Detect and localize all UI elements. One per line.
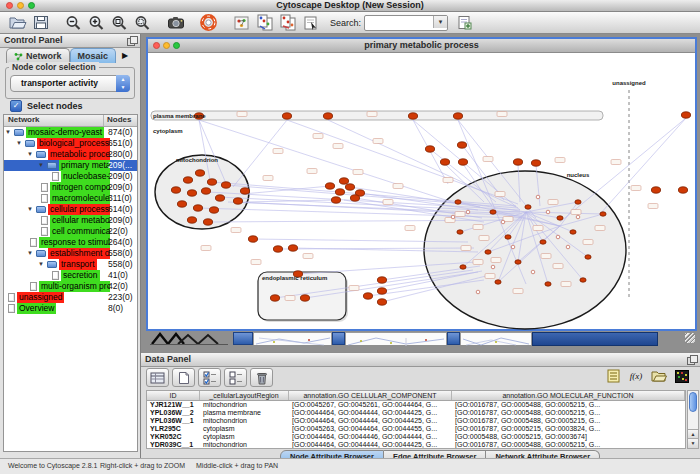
table-cell[interactable]: YLR295C: [147, 425, 200, 433]
zoom-in-button[interactable]: [86, 13, 107, 32]
table-cell[interactable]: mitochondrion: [200, 441, 289, 449]
table-column-header[interactable]: annotation.GO CELLULAR_COMPONENT: [289, 391, 452, 400]
table-cell[interactable]: [GO:0016787, GO:0005488, GO:0005215, G..…: [452, 409, 685, 417]
network-node[interactable]: [233, 198, 242, 204]
select-attributes-button[interactable]: [146, 368, 169, 387]
table-cell[interactable]: YPL036W__2: [147, 409, 200, 417]
table-cell[interactable]: mitochondrion: [200, 417, 289, 425]
table-cell[interactable]: [GO:0044464, GO:0044444, GO:0044425, G..…: [289, 417, 452, 425]
network-tree-row[interactable]: ▼primary metabo209(...: [4, 160, 137, 171]
unselect-all-attributes-button[interactable]: [224, 368, 247, 387]
table-row[interactable]: YJR121W__1mitochondrion[GO:0045267, GO:0…: [147, 401, 685, 409]
table-cell[interactable]: plasma membrane: [200, 409, 289, 417]
new-attribute-button[interactable]: [172, 368, 195, 387]
background-window-fragment[interactable]: [332, 332, 345, 345]
network-node-small[interactable]: [511, 245, 515, 249]
tree-expand-icon[interactable]: ▼: [27, 204, 33, 215]
network-node[interactable]: [585, 255, 591, 259]
scroll-down-arrow[interactable]: ▼: [688, 438, 698, 448]
network-node-small[interactable]: [531, 270, 535, 274]
search-dropdown-arrow[interactable]: ▾: [433, 16, 447, 28]
network-node[interactable]: [282, 113, 291, 119]
tree-column-nodes[interactable]: Nodes: [107, 115, 131, 125]
help-button[interactable]: [198, 13, 219, 32]
network-tree-row[interactable]: unassigned223(0): [4, 292, 137, 303]
network-node[interactable]: [453, 113, 462, 119]
save-session-button[interactable]: [30, 13, 51, 32]
float-panel-icon[interactable]: [687, 355, 696, 363]
tree-expand-icon[interactable]: ▼: [16, 138, 22, 149]
search-options-button[interactable]: [454, 13, 475, 32]
network-node[interactable]: [681, 112, 690, 118]
table-cell[interactable]: [GO:0044464, GO:0044444, GO:0044425, G..…: [289, 441, 452, 449]
network-node-small[interactable]: [566, 245, 570, 249]
network-node[interactable]: [187, 217, 196, 223]
table-cell[interactable]: [GO:0016787, GO:0005488, GO:0005215, G..…: [452, 401, 685, 409]
import-network-button[interactable]: [254, 13, 275, 32]
network-node[interactable]: [209, 207, 218, 213]
background-window-fragment[interactable]: [447, 332, 460, 345]
tree-expand-icon[interactable]: ▼: [27, 149, 33, 160]
network-node[interactable]: [195, 170, 204, 176]
delete-attribute-button[interactable]: [250, 368, 273, 387]
network-node[interactable]: [505, 235, 511, 239]
table-column-header[interactable]: annotation.GO MOLECULAR_FUNCTION: [452, 391, 685, 400]
background-window-fragment[interactable]: [345, 332, 447, 345]
network-node-small[interactable]: [501, 220, 505, 224]
table-cell[interactable]: cytoplasm: [200, 425, 289, 433]
network-node[interactable]: [323, 113, 332, 119]
network-node[interactable]: [193, 205, 202, 211]
network-node[interactable]: [570, 230, 576, 234]
network-node[interactable]: [457, 142, 466, 148]
function-builder-button[interactable]: f(x): [628, 369, 644, 383]
network-node-small[interactable]: [556, 235, 560, 239]
network-tree-row[interactable]: ▼biological_process651(0): [4, 138, 137, 149]
network-node-small[interactable]: [491, 265, 495, 269]
tab-mosaic[interactable]: Mosaic: [70, 48, 117, 63]
tree-expand-icon[interactable]: ▼: [38, 259, 44, 270]
select-all-attributes-button[interactable]: [198, 368, 221, 387]
table-cell[interactable]: [GO:0044464, GO:0044444, GO:0044425, G..…: [289, 409, 452, 417]
network-tree-row[interactable]: cell communicat22(0): [4, 226, 137, 237]
network-tree-row[interactable]: ▼establishment of lo558(0): [4, 248, 137, 259]
network-node[interactable]: [215, 195, 224, 201]
network-node[interactable]: [440, 159, 449, 165]
network-tree-row[interactable]: nucleobase-209(0): [4, 171, 137, 182]
network-node[interactable]: [201, 188, 210, 194]
background-window-fragment[interactable]: [253, 332, 332, 345]
table-cell[interactable]: [GO:0016787, GO:0005488, GO:0005215, G..…: [452, 441, 685, 449]
network-node[interactable]: [331, 197, 340, 203]
background-network-drawing[interactable]: [150, 332, 228, 345]
zoom-selected-button[interactable]: [109, 13, 130, 32]
network-node[interactable]: [288, 245, 297, 251]
network-node[interactable]: [325, 183, 334, 189]
import-attribute-file-button[interactable]: [651, 369, 667, 383]
table-cell[interactable]: [GO:0016787, GO:0005488, GO:0005215, G..…: [452, 417, 685, 425]
tab-network[interactable]: Network: [6, 48, 70, 63]
search-input[interactable]: [366, 17, 432, 27]
table-cell[interactable]: YKR052C: [147, 433, 200, 441]
table-row[interactable]: YPL036W__2plasma membrane[GO:0044464, GO…: [147, 409, 685, 417]
window-titlebar[interactable]: Cytoscape Desktop (New Session): [0, 0, 700, 12]
network-node[interactable]: [425, 146, 434, 152]
network-tree-row[interactable]: Overview8(0): [4, 303, 137, 314]
network-node[interactable]: [363, 293, 372, 299]
table-cell[interactable]: YDR039C__1: [147, 441, 200, 449]
network-node[interactable]: [458, 159, 467, 165]
network-node[interactable]: [221, 182, 230, 188]
network-node[interactable]: [557, 216, 563, 220]
network-node[interactable]: [408, 113, 417, 119]
network-view-window[interactable]: primary metabolic process plasma membran…: [146, 37, 697, 331]
table-column-header[interactable]: _cellularLayoutRegion: [200, 391, 289, 400]
network-node[interactable]: [495, 280, 501, 284]
network-node[interactable]: [187, 190, 196, 196]
network-node[interactable]: [377, 277, 386, 283]
network-tree-row[interactable]: ▼metabolic process280(0): [4, 149, 137, 160]
background-window-fragment[interactable]: [460, 332, 532, 345]
network-node[interactable]: [335, 189, 344, 195]
resize-grip[interactable]: [685, 333, 695, 343]
network-node[interactable]: [273, 246, 282, 252]
snapshot-button[interactable]: [165, 13, 186, 32]
tree-expand-icon[interactable]: ▼: [5, 127, 11, 138]
network-node[interactable]: [377, 288, 386, 294]
